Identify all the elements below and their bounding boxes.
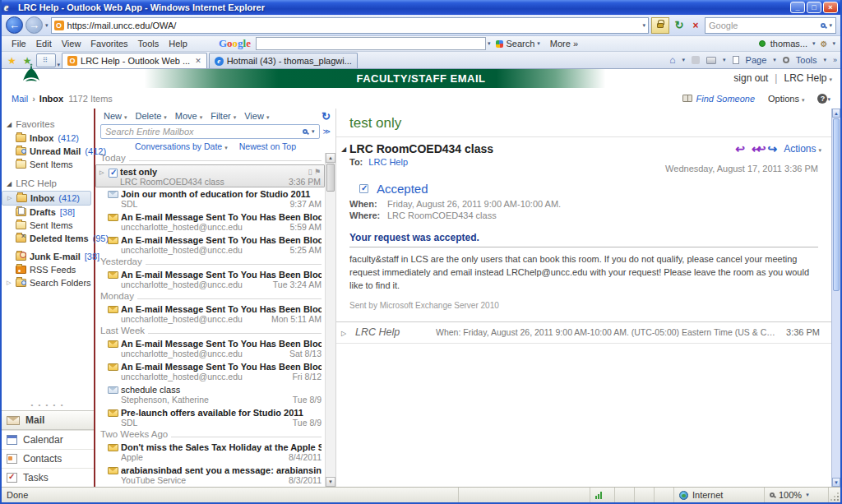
sort-order-link[interactable]: Newest on Top — [239, 141, 296, 151]
expand-icon[interactable]: ▷ — [99, 167, 106, 187]
message-list-item[interactable]: ▷test only▯ ⚑LRC RoomCOED434 class3:36 P… — [95, 164, 325, 187]
message-list-item[interactable]: An E-mail Message Sent To You Has Been B… — [95, 268, 325, 291]
search-scope-dropdown[interactable]: ▾ — [312, 128, 315, 135]
print-icon[interactable] — [706, 57, 716, 64]
scroll-down-arrow[interactable]: ▼ — [326, 477, 335, 487]
minimize-button[interactable]: _ — [790, 2, 805, 13]
reply-icon[interactable]: ↩ — [735, 142, 745, 155]
toolbar-delete-menu[interactable]: Delete — [132, 111, 170, 121]
browser-search-placeholder[interactable]: Google — [709, 21, 817, 30]
scroll-up-arrow[interactable]: ▲ — [832, 109, 840, 118]
url-dropdown[interactable]: ▾ — [642, 22, 645, 29]
menu-view[interactable]: View — [57, 38, 86, 49]
breadcrumb-mail-link[interactable]: Mail — [12, 94, 28, 104]
tab-hotmail[interactable]: e Hotmail (43) - thomas_plagwi... — [209, 53, 358, 68]
folder-rss-feeds[interactable]: RSS Feeds — [2, 263, 94, 276]
collapsed-thread-item[interactable]: ▷ LRC Help When: Friday, August 26, 2011… — [336, 321, 831, 344]
google-search-dropdown[interactable]: ▾ — [488, 40, 491, 47]
collapse-icon[interactable]: ◢ — [7, 121, 12, 128]
collapse-message-icon[interactable]: ◢ — [341, 146, 349, 153]
menu-file[interactable]: File — [7, 38, 31, 49]
home-dropdown[interactable]: ▾ — [682, 57, 686, 63]
folder-inbox[interactable]: ▷Inbox(412) — [2, 191, 91, 206]
url-field[interactable]: O https://mail.uncc.edu/OWA/ ▾ — [51, 17, 649, 34]
menu-edit[interactable]: Edit — [31, 38, 57, 49]
account-menu[interactable]: LRC Help — [784, 72, 832, 84]
nav-tasks[interactable]: Tasks — [2, 468, 94, 487]
browser-search-box[interactable]: Google ▾ — [705, 17, 836, 34]
expand-icon[interactable]: ▷ — [7, 280, 12, 286]
message-list-item[interactable]: Don't miss the Sales Tax Holiday at the … — [95, 441, 325, 464]
favorites-star-icon[interactable]: ★ — [5, 55, 19, 68]
maximize-button[interactable]: □ — [807, 2, 821, 13]
message-list-item[interactable]: Join our month of education for Studio 2… — [95, 187, 325, 210]
search-icon[interactable] — [821, 23, 826, 28]
scroll-down-arrow[interactable]: ▼ — [832, 478, 840, 487]
toolbar-view-menu[interactable]: View — [241, 111, 272, 121]
zoom-dropdown[interactable]: ▾ — [806, 492, 809, 498]
account-section-header[interactable]: ◢ LRC Help — [2, 176, 94, 191]
folder-search-folders[interactable]: ▷Search Folders — [2, 276, 94, 289]
zoom-control[interactable]: 100% ▾ — [765, 488, 829, 502]
sign-out-link[interactable]: sign out — [733, 72, 768, 84]
help-button[interactable]: ?▾ — [817, 93, 830, 104]
list-scrollbar[interactable]: ▲ ▼ — [325, 153, 335, 487]
message-list-item[interactable]: arabiansinbad sent you a message: arabia… — [95, 464, 325, 487]
stop-button[interactable]: × — [689, 20, 702, 31]
message-list-item[interactable]: Pre-launch offers available for Studio 2… — [95, 406, 325, 429]
flag-icon[interactable]: ▯ ⚑ — [308, 168, 321, 176]
folder-inbox[interactable]: Inbox(412) — [2, 132, 94, 145]
google-more-button[interactable]: More » — [546, 39, 582, 49]
toolbar-filter-menu[interactable]: Filter — [207, 111, 239, 121]
search-engine-dropdown[interactable]: ▾ — [829, 22, 832, 29]
folder-deleted-items[interactable]: Deleted Items(95) — [2, 232, 94, 245]
reply-all-icon[interactable]: ↩↩ — [752, 142, 761, 155]
home-icon[interactable]: ⌂ — [669, 54, 675, 66]
toolbar-move-menu[interactable]: Move — [172, 111, 206, 121]
sort-by-dropdown[interactable]: Conversations by Date — [135, 141, 228, 151]
scroll-thumb[interactable] — [833, 118, 840, 291]
pane-resize-handle[interactable]: • • • • • — [2, 400, 94, 410]
scroll-thumb[interactable] — [326, 164, 335, 192]
toolbar-new-menu[interactable]: New — [100, 111, 131, 121]
nav-calendar[interactable]: Calendar — [2, 430, 94, 449]
scroll-up-arrow[interactable]: ▲ — [326, 153, 335, 163]
page-menu[interactable]: Page — [746, 55, 767, 65]
collapse-icon[interactable]: ◢ — [7, 180, 12, 187]
group-header-last-week[interactable]: Last Week — [95, 326, 325, 337]
message-list-item[interactable]: An E-mail Message Sent To You Has Been B… — [95, 303, 325, 326]
refresh-button[interactable]: ↻ — [672, 19, 687, 31]
wrench-icon[interactable]: ⚙ — [821, 39, 828, 49]
expand-icon[interactable]: ▷ — [7, 195, 13, 201]
menu-help[interactable]: Help — [164, 38, 192, 49]
resize-grip[interactable] — [829, 488, 840, 502]
menu-tools[interactable]: Tools — [133, 38, 164, 49]
folder-unread-mail[interactable]: Unread Mail(412) — [2, 145, 94, 158]
forward-button[interactable]: → — [25, 16, 43, 34]
group-header-monday[interactable]: Monday — [95, 291, 325, 303]
message-list-item[interactable]: An E-mail Message Sent To You Has Been B… — [95, 360, 325, 383]
google-account-label[interactable]: thomas... — [770, 39, 807, 49]
folder-drafts[interactable]: Drafts[38] — [2, 206, 94, 219]
print-dropdown[interactable]: ▾ — [723, 57, 726, 63]
rss-feed-icon[interactable] — [692, 56, 700, 64]
nav-contacts[interactable]: Contacts — [2, 449, 94, 468]
page-scrollbar[interactable]: ▲ ▼ — [831, 109, 840, 487]
message-list-item[interactable]: An E-mail Message Sent To You Has Been B… — [95, 337, 325, 360]
folder-sent-items[interactable]: Sent Items — [2, 219, 94, 232]
refresh-list-icon[interactable]: ↻ — [322, 110, 331, 123]
close-button[interactable]: × — [823, 2, 838, 13]
expand-search-chevron[interactable]: ≫ — [323, 127, 331, 136]
toolbar-options-dropdown[interactable]: ▾ — [832, 40, 835, 47]
account-dropdown[interactable]: ▾ — [812, 40, 816, 47]
search-icon[interactable] — [303, 129, 308, 134]
actions-menu[interactable]: Actions — [784, 143, 821, 155]
message-list-item[interactable]: An E-mail Message Sent To You Has Been B… — [95, 234, 325, 257]
group-header-today[interactable]: Today — [95, 153, 325, 164]
find-someone-button[interactable]: Find Someone — [682, 94, 756, 104]
google-search-input[interactable] — [256, 37, 486, 50]
folder-sent-items[interactable]: Sent Items — [2, 158, 94, 171]
options-menu[interactable]: Options — [768, 94, 804, 104]
group-header-yesterday[interactable]: Yesterday — [95, 257, 325, 268]
nav-mail[interactable]: Mail — [2, 410, 94, 430]
